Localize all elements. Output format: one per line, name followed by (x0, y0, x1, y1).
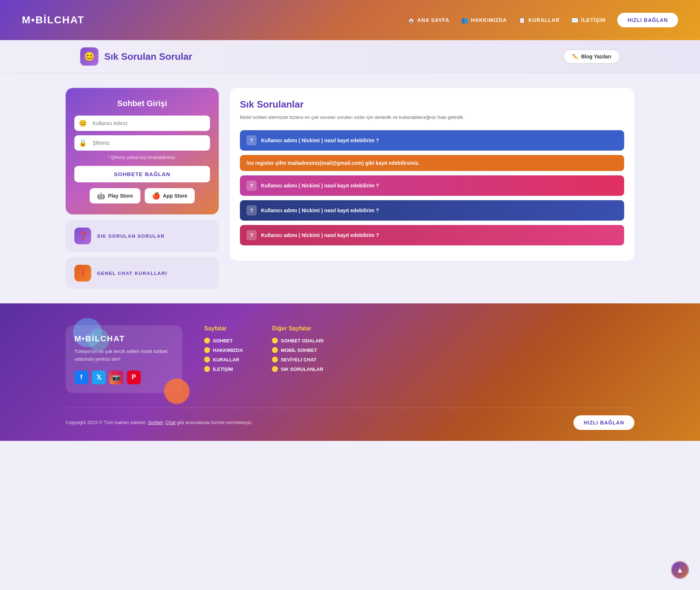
chat-login-card: Sohbet Girişi 😊 🔒 * Şifreniz yoksa boş b… (66, 88, 219, 214)
footer-copyright: Copyright 2023 © Tüm hakları saklıdır. S… (66, 420, 253, 425)
dot-icon (272, 357, 278, 362)
main-content: Sohbet Girişi 😊 🔒 * Şifreniz yoksa boş b… (0, 73, 700, 303)
faq-q-icon-3: ? (246, 181, 257, 191)
footer-link-sik-sorulanlar[interactable]: SIK SORULANLAR (272, 366, 323, 372)
faq-panel: Sık Sorulanlar Mobil sohbet sitemizde bi… (230, 88, 634, 261)
sik-sorulan-label: SIK SORULAN SORULAR (97, 233, 165, 239)
password-input[interactable] (90, 135, 206, 151)
faq-question-1: Kullanıcı adımı ( Nickimi ) nasıl kayıt … (261, 137, 379, 143)
footer-hizli-baglan-button[interactable]: HIZLI BAĞLAN (573, 415, 634, 430)
sidebar-genel-kurallar[interactable]: ❗ GENEL CHAT KURALLARI (66, 257, 219, 289)
username-input[interactable] (90, 116, 206, 131)
faq-question-4: Kullanıcı adımı ( Nickimi ) nasıl kayıt … (261, 207, 379, 213)
faq-q-icon-5: ? (246, 230, 257, 240)
chat-login-title: Sohbet Girişi (74, 99, 210, 108)
rules-icon: 📋 (518, 17, 526, 24)
faq-item-4[interactable]: ? Kullanıcı adımı ( Nickimi ) nasıl kayı… (240, 200, 624, 221)
nav-hakkimizda[interactable]: 👥 HAKKIMIZDA (461, 17, 507, 24)
faq-item-3[interactable]: ? Kullanıcı adımı ( Nickimi ) nasıl kayı… (240, 175, 624, 196)
left-panel: Sohbet Girişi 😊 🔒 * Şifreniz yoksa boş b… (66, 88, 219, 289)
social-icons: f 𝕏 📷 P (74, 370, 174, 384)
question-icon: ❓ (74, 228, 91, 244)
footer-logo-card: M•BİLCHAT Türkiye'nin en çok tercih edil… (66, 325, 182, 393)
header: M•BİLCHAT 🏠 ANA SAYFA 👥 HAKKIMIZDA 📋 KUR… (0, 0, 700, 40)
footer-link-iletisim[interactable]: İLETİŞİM (204, 366, 243, 372)
footer: M•BİLCHAT Türkiye'nin en çok tercih edil… (0, 303, 700, 441)
blog-yazilari-button[interactable]: ✏️ Blog Yazıları (564, 50, 620, 63)
page-title-icon: 😊 (80, 47, 98, 66)
facebook-icon[interactable]: f (74, 370, 88, 384)
username-wrapper: 😊 (74, 116, 210, 131)
dot-icon (204, 357, 210, 362)
footer-bottom: Copyright 2023 © Tüm hakları saklıdır. S… (66, 408, 634, 430)
footer-sohbet-link[interactable]: Sohbet (148, 420, 163, 425)
footer-link-seviyeli-chat[interactable]: SEVİYELİ CHAT (272, 357, 323, 362)
footer-chat-link[interactable]: Chat (166, 420, 175, 425)
dot-icon (204, 347, 210, 353)
nav-anasayfa[interactable]: 🏠 ANA SAYFA (408, 17, 450, 24)
store-buttons: 🤖 Play Store 🍎 App Store (74, 188, 210, 203)
diger-sayfalar-title: Diğer Sayfalar (272, 325, 323, 332)
twitter-icon[interactable]: 𝕏 (92, 370, 106, 384)
sidebar-sik-sorulan[interactable]: ❓ SIK SORULAN SORULAR (66, 220, 219, 252)
footer-link-sohbet[interactable]: SOHBET (204, 338, 243, 343)
footer-logo-card-wrapper: M•BİLCHAT Türkiye'nin en çok tercih edil… (66, 325, 182, 393)
home-icon: 🏠 (408, 17, 415, 24)
logo: M•BİLCHAT (22, 14, 85, 26)
apple-icon: 🍎 (152, 192, 160, 200)
main-nav: 🏠 ANA SAYFA 👥 HAKKIMIZDA 📋 KURALLAR ✉️ İ… (408, 13, 678, 27)
faq-item-5[interactable]: ? Kullanıcı adımı ( Nickimi ) nasıl kayı… (240, 225, 624, 245)
page-title-bar: 😊 Sık Sorulan Sorular ✏️ Blog Yazıları (0, 40, 700, 73)
faq-q-icon-4: ? (246, 205, 257, 216)
faq-title: Sık Sorulanlar (240, 99, 624, 110)
footer-sayfalar-col: Sayfalar SOHBET HAKKIMIZDA KURALLAR (204, 325, 243, 376)
footer-link-hakkimizda[interactable]: HAKKIMIZDA (204, 347, 243, 353)
app-store-button[interactable]: 🍎 App Store (145, 188, 195, 203)
footer-diger-col: Diğer Sayfalar SOHBET ODALARI MOBİL SOHB… (272, 325, 323, 376)
user-icon: 😊 (79, 119, 87, 127)
dot-icon (272, 347, 278, 353)
page-title-text: Sık Sorulan Sorular (104, 51, 192, 62)
sayfalar-title: Sayfalar (204, 325, 243, 332)
faq-q-icon-1: ? (246, 135, 257, 145)
nav-iletisim[interactable]: ✉️ İLETİŞİM (571, 17, 606, 24)
footer-logo-text: M•BİLCHAT (74, 334, 174, 343)
faq-answer-text-1: /ns register şifre mailadresiniz(mail@gm… (246, 160, 420, 166)
nav-kurallar[interactable]: 📋 KURALLAR (518, 17, 560, 24)
faq-question-5: Kullanıcı adımı ( Nickimi ) nasıl kayıt … (261, 232, 379, 238)
footer-tagline: Türkiye'nin en çok tercih edilen mobil s… (74, 348, 174, 363)
exclamation-icon: ❗ (74, 265, 91, 282)
footer-links: Sayfalar SOHBET HAKKIMIZDA KURALLAR (204, 325, 634, 393)
pinterest-icon[interactable]: P (127, 370, 141, 384)
faq-answer-1: /ns register şifre mailadresiniz(mail@gm… (240, 155, 624, 171)
dot-icon (272, 338, 278, 343)
faq-question-3: Kullanıcı adımı ( Nickimi ) nasıl kayıt … (261, 183, 379, 189)
footer-top: M•BİLCHAT Türkiye'nin en çok tercih edil… (66, 325, 634, 393)
footer-links-grid: Sayfalar SOHBET HAKKIMIZDA KURALLAR (204, 325, 634, 376)
password-hint: * Şifreniz yoksa boş bırakabilirsiniz. (74, 155, 210, 160)
mail-icon: ✉️ (571, 17, 579, 24)
footer-link-kurallar[interactable]: KURALLAR (204, 357, 243, 362)
pencil-icon: ✏️ (572, 54, 578, 59)
deco-circle-orange (164, 379, 190, 404)
hizli-baglan-button[interactable]: HIZLI BAĞLAN (617, 13, 678, 27)
play-store-button[interactable]: 🤖 Play Store (90, 188, 140, 203)
logo-text: M•BİLCHAT (22, 14, 85, 26)
android-icon: 🤖 (97, 192, 105, 200)
sohbete-baglan-button[interactable]: SOHBETE BAĞLAN (74, 166, 210, 182)
faq-description: Mobil sohbet sitemizde bizlere en çok so… (240, 114, 624, 121)
dot-icon (204, 338, 210, 343)
dot-icon (204, 366, 210, 372)
password-wrapper: 🔒 (74, 135, 210, 151)
dot-icon (272, 366, 278, 372)
genel-kurallar-label: GENEL CHAT KURALLARI (97, 271, 167, 276)
page-title-left: 😊 Sık Sorulan Sorular (80, 47, 192, 66)
instagram-icon[interactable]: 📷 (109, 370, 123, 384)
people-icon: 👥 (461, 17, 469, 24)
lock-icon: 🔒 (79, 139, 87, 147)
faq-item-1[interactable]: ? Kullanıcı adımı ( Nickimi ) nasıl kayı… (240, 130, 624, 151)
footer-link-sohbet-odalari[interactable]: SOHBET ODALARI (272, 338, 323, 343)
footer-link-mobil-sohbet[interactable]: MOBİL SOHBET (272, 347, 323, 353)
footer-brand: M•BİLCHAT Türkiye'nin en çok tercih edil… (66, 325, 182, 393)
